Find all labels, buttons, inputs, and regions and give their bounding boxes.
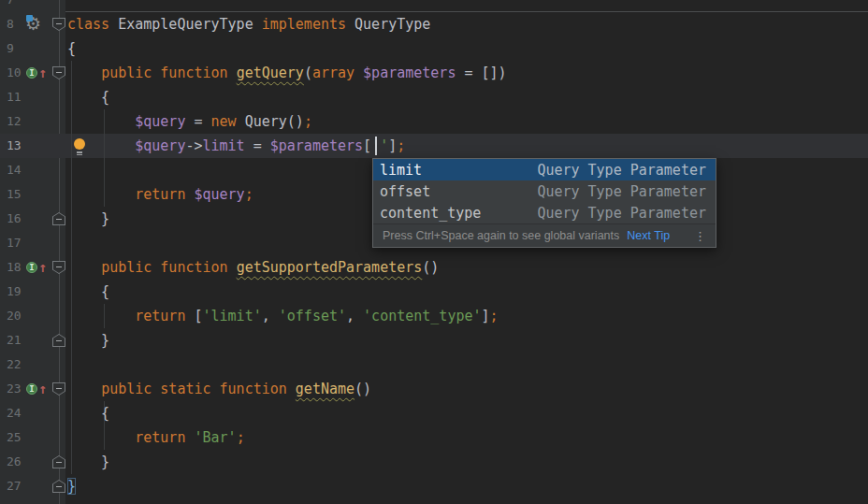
fold-collapse-icon[interactable] bbox=[52, 382, 65, 396]
code-token bbox=[67, 137, 135, 154]
completion-item[interactable]: content_typeQuery Type Parameter bbox=[373, 202, 716, 223]
code-token: } bbox=[67, 454, 109, 470]
line-number[interactable]: 17 bbox=[7, 231, 29, 255]
code-token: class bbox=[67, 16, 118, 33]
code-token: ] bbox=[482, 308, 490, 324]
code-line[interactable]: return $query; bbox=[67, 182, 253, 207]
fold-collapse-icon[interactable] bbox=[52, 66, 65, 79]
fold-end-icon[interactable] bbox=[52, 480, 65, 493]
code-token: QueryType bbox=[354, 16, 430, 33]
code-line[interactable]: public function getSupportedParameters() bbox=[67, 255, 439, 280]
code-token: [ bbox=[194, 308, 202, 324]
code-token: ; bbox=[245, 186, 253, 203]
code-line[interactable]: { bbox=[67, 36, 76, 61]
code-line[interactable]: { bbox=[67, 280, 109, 304]
line-number[interactable]: 21 bbox=[7, 328, 29, 353]
completion-item[interactable]: limitQuery Type Parameter bbox=[373, 159, 716, 180]
fold-end-icon[interactable] bbox=[52, 455, 65, 468]
implements-method-icon[interactable]: I bbox=[26, 383, 37, 395]
code-line[interactable]: $query->limit = $parameters['']; bbox=[67, 134, 405, 158]
code-line[interactable]: } bbox=[67, 450, 109, 474]
kebab-menu-icon[interactable]: ⋮ bbox=[694, 230, 706, 242]
line-number[interactable]: 15 bbox=[7, 182, 29, 207]
code-token: ( bbox=[304, 65, 312, 81]
line-number[interactable]: 25 bbox=[7, 425, 29, 450]
line-number[interactable]: 24 bbox=[7, 401, 29, 425]
code-token: $parameters bbox=[270, 137, 363, 154]
code-token bbox=[67, 429, 135, 446]
line-number[interactable]: 12 bbox=[7, 109, 29, 134]
line-number[interactable]: 19 bbox=[7, 280, 29, 304]
completion-item[interactable]: offsetQuery Type Parameter bbox=[373, 180, 716, 202]
code-token: getSupportedParameters bbox=[237, 259, 423, 276]
code-editor: 78⚙class ExampleQueryType implements Que… bbox=[0, 0, 868, 504]
code-token: '' bbox=[371, 137, 388, 154]
code-token bbox=[67, 381, 101, 397]
code-line[interactable]: class ExampleQueryType implements QueryT… bbox=[67, 12, 430, 36]
line-number[interactable]: 7 bbox=[7, 0, 29, 12]
line-number[interactable]: 22 bbox=[7, 353, 29, 377]
code-line[interactable]: { bbox=[67, 401, 109, 425]
next-tip-link[interactable]: Next Tip bbox=[627, 229, 670, 242]
code-line[interactable]: $query = new Query(); bbox=[67, 109, 312, 134]
code-line[interactable]: return ['limit', 'offset', 'content_type… bbox=[67, 304, 499, 328]
fold-end-icon[interactable] bbox=[52, 334, 65, 347]
line-number[interactable]: 26 bbox=[7, 450, 29, 474]
code-token: Query() bbox=[245, 113, 304, 130]
text-caret bbox=[375, 137, 377, 155]
fold-collapse-icon[interactable] bbox=[52, 18, 65, 31]
code-line[interactable]: } bbox=[67, 207, 109, 231]
code-token: { bbox=[67, 40, 76, 57]
code-line[interactable]: } bbox=[67, 474, 76, 498]
code-token: , bbox=[262, 308, 279, 324]
code-line[interactable]: { bbox=[67, 85, 109, 109]
code-token: = []) bbox=[456, 65, 506, 81]
code-token: { bbox=[67, 89, 109, 106]
code-token: ; bbox=[490, 308, 499, 324]
code-token: $query bbox=[194, 186, 244, 203]
implements-method-icon[interactable]: I bbox=[26, 262, 37, 273]
line-number[interactable]: 13 bbox=[7, 134, 29, 158]
code-token: () bbox=[354, 381, 371, 397]
code-token: } bbox=[67, 332, 109, 349]
code-token: , bbox=[346, 308, 363, 324]
code-token: public function bbox=[101, 259, 237, 276]
code-token: { bbox=[67, 405, 109, 422]
line-number[interactable]: 11 bbox=[7, 85, 29, 109]
line-number[interactable]: 14 bbox=[7, 158, 29, 182]
class-marker-icon bbox=[26, 15, 33, 22]
code-token: = bbox=[185, 113, 210, 130]
fold-end-icon[interactable] bbox=[52, 212, 65, 225]
completion-item-type: Query Type Parameter bbox=[537, 183, 706, 200]
override-arrow-icon[interactable]: ↑ bbox=[38, 65, 47, 80]
line-number[interactable]: 9 bbox=[7, 36, 29, 61]
code-token: return bbox=[135, 186, 194, 203]
code-line[interactable]: return 'Bar'; bbox=[67, 425, 245, 450]
completion-popup: limitQuery Type ParameteroffsetQuery Typ… bbox=[372, 158, 716, 248]
implements-method-icon[interactable]: I bbox=[26, 67, 37, 79]
override-arrow-icon[interactable]: ↑ bbox=[38, 260, 47, 275]
code-token: } bbox=[67, 210, 109, 227]
completion-item-label: offset bbox=[380, 183, 430, 200]
fold-collapse-icon[interactable] bbox=[52, 261, 65, 274]
code-token: ] bbox=[388, 137, 397, 154]
code-token: } bbox=[67, 478, 76, 495]
code-token: () bbox=[422, 259, 439, 276]
code-token bbox=[67, 65, 101, 81]
code-token: return bbox=[135, 308, 194, 324]
code-token: limit bbox=[203, 137, 245, 154]
code-token: $query bbox=[135, 113, 185, 130]
line-number[interactable]: 16 bbox=[7, 207, 29, 231]
override-arrow-icon[interactable]: ↑ bbox=[38, 382, 47, 396]
code-line[interactable]: public static function getName() bbox=[67, 377, 371, 401]
code-token: = bbox=[245, 137, 270, 154]
line-number[interactable]: 27 bbox=[7, 474, 29, 498]
code-token bbox=[67, 186, 135, 203]
code-token: ; bbox=[397, 137, 405, 154]
code-line[interactable]: public function getQuery(array $paramete… bbox=[67, 61, 507, 85]
code-token: $query bbox=[135, 137, 185, 154]
code-line[interactable]: } bbox=[67, 328, 109, 353]
code-token bbox=[67, 308, 135, 324]
code-token: 'limit' bbox=[203, 308, 262, 324]
line-number[interactable]: 20 bbox=[7, 304, 29, 328]
